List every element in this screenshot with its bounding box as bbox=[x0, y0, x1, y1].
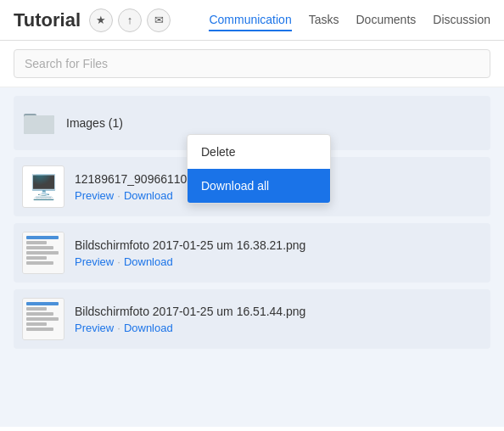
screenshot-thumb-2 bbox=[23, 232, 64, 273]
nav-communication[interactable]: Communication bbox=[209, 9, 291, 31]
delete-menu-item[interactable]: Delete bbox=[188, 135, 330, 169]
nav-tasks[interactable]: Tasks bbox=[309, 9, 339, 31]
file-actions-3: Preview · Download bbox=[75, 322, 305, 334]
nav-documents[interactable]: Documents bbox=[356, 9, 416, 31]
thumb-line bbox=[26, 312, 53, 316]
separator-2: · bbox=[117, 255, 120, 268]
preview-link-3[interactable]: Preview bbox=[75, 322, 114, 334]
file-row: Bildschirmfoto 2017-01-25 um 16.51.44.pn… bbox=[14, 289, 490, 349]
file-name-2: Bildschirmfoto 2017-01-25 um 16.38.21.pn… bbox=[75, 238, 305, 252]
separator-1: · bbox=[117, 189, 120, 202]
search-bar bbox=[0, 41, 504, 87]
thumb-line bbox=[26, 317, 59, 321]
header-icon-group: ★ ↑ ✉ bbox=[89, 8, 171, 32]
thumb-line bbox=[26, 241, 47, 244]
file-thumbnail-1: 🖥️ bbox=[22, 165, 64, 208]
file-row: Bildschirmfoto 2017-01-25 um 16.38.21.pn… bbox=[14, 223, 490, 283]
context-menu: Delete Download all bbox=[187, 134, 331, 204]
thumb-line bbox=[26, 302, 59, 305]
nav-discussion[interactable]: Discussion bbox=[433, 9, 490, 31]
thumb-line bbox=[26, 236, 59, 239]
screenshot-thumb-3 bbox=[23, 299, 64, 339]
chart-button[interactable]: ↑ bbox=[118, 8, 142, 32]
folder-name: Images (1) bbox=[66, 116, 123, 130]
file-thumbnail-2 bbox=[22, 232, 64, 274]
file-info-2: Bildschirmfoto 2017-01-25 um 16.38.21.pn… bbox=[75, 238, 305, 268]
thumb-line bbox=[26, 327, 53, 331]
preview-link-2[interactable]: Preview bbox=[75, 255, 114, 268]
file-actions-2: Preview · Download bbox=[75, 255, 305, 268]
svg-rect-2 bbox=[24, 115, 54, 134]
download-link-3[interactable]: Download bbox=[124, 322, 173, 334]
search-input[interactable] bbox=[14, 49, 490, 78]
computer-icon: 🖥️ bbox=[29, 173, 59, 201]
thumb-line bbox=[26, 307, 47, 311]
preview-link-1[interactable]: Preview bbox=[75, 189, 114, 202]
thumb-line bbox=[26, 246, 53, 249]
file-info-3: Bildschirmfoto 2017-01-25 um 16.51.44.pn… bbox=[75, 305, 305, 334]
star-button[interactable]: ★ bbox=[89, 8, 113, 32]
mail-button[interactable]: ✉ bbox=[147, 8, 171, 32]
thumb-line bbox=[26, 256, 47, 260]
download-all-menu-item[interactable]: Download all bbox=[188, 169, 330, 203]
download-link-1[interactable]: Download bbox=[124, 189, 173, 202]
thumb-line bbox=[26, 251, 59, 255]
header: Tutorial ★ ↑ ✉ Communication Tasks Docum… bbox=[0, 0, 504, 41]
file-name-3: Bildschirmfoto 2017-01-25 um 16.51.44.pn… bbox=[75, 305, 305, 318]
folder-icon bbox=[22, 106, 56, 140]
file-thumbnail-3 bbox=[22, 298, 64, 340]
download-link-2[interactable]: Download bbox=[124, 255, 173, 268]
nav-bar: Communication Tasks Documents Discussion bbox=[209, 9, 490, 31]
file-list: Images (1) Delete Download all 🖥️ 121896… bbox=[0, 87, 504, 427]
thumb-line bbox=[26, 261, 53, 265]
thumb-line bbox=[26, 322, 47, 326]
separator-3: · bbox=[117, 322, 120, 334]
page-title: Tutorial bbox=[14, 9, 81, 31]
